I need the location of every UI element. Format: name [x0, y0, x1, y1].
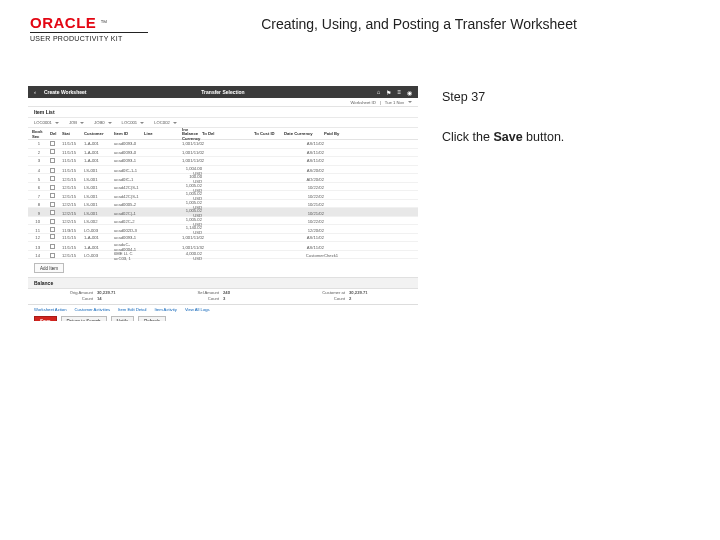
- table-row[interactable]: 111/1/151-A-001ucad0093-01,001/11/02AS/1…: [28, 140, 418, 149]
- instruction-panel: Step 37 Click the Save button.: [442, 86, 692, 321]
- return-button[interactable]: Return to Search: [61, 316, 107, 321]
- footer-link[interactable]: Customer Activities: [75, 307, 111, 312]
- row-checkbox[interactable]: [50, 176, 55, 181]
- row-checkbox[interactable]: [50, 193, 55, 198]
- filter-2[interactable]: JOB0: [94, 120, 104, 125]
- filter-1[interactable]: JOB: [69, 120, 77, 125]
- flag-icon[interactable]: ⚑: [386, 89, 391, 96]
- center-title: Transfer Selection: [201, 89, 244, 95]
- table-row[interactable]: 1012/2/15LS-002ucad02C-21,005.02 USD10/2…: [28, 217, 418, 226]
- col-paidby[interactable]: Paid By: [324, 132, 360, 136]
- chevron-down-icon[interactable]: [140, 122, 144, 124]
- table-row[interactable]: 712/1/15LS-001ucad42C(S-11,005.02 USD10/…: [28, 191, 418, 200]
- page-title: Creating, Using, and Posting a Transfer …: [148, 16, 690, 32]
- row-checkbox[interactable]: [50, 253, 55, 258]
- footer-link[interactable]: Item Edit Detail: [118, 307, 146, 312]
- section-label: Item List: [34, 109, 55, 115]
- table-row[interactable]: 1311/1/151-A-001ucaduC-ucad0004-11,001/1…: [28, 242, 418, 251]
- breadcrumb: Worksheet ID: [350, 100, 375, 105]
- table-row[interactable]: 612/1/15LS-001ucad42C(S-11,005.02 USD10/…: [28, 183, 418, 192]
- add-item-button[interactable]: Add Item: [34, 263, 64, 273]
- filter-row: LOC0001 JOB JOB0 LOC001 LOC002: [28, 118, 418, 128]
- brand-logo: ORACLE ™ USER PRODUCTIVITY KIT: [30, 14, 148, 42]
- footer-link[interactable]: Worksheet Action: [34, 307, 67, 312]
- help-icon[interactable]: ◉: [407, 89, 412, 96]
- chevron-down-icon[interactable]: [408, 101, 412, 103]
- notify-button[interactable]: Notify: [111, 316, 135, 321]
- col-item[interactable]: Item ID: [114, 132, 144, 136]
- footer-link[interactable]: Item Activity: [155, 307, 177, 312]
- table-row[interactable]: 912/2/15LS-001ucad02C(-11,005.02 USD10/2…: [28, 208, 418, 217]
- refresh-button[interactable]: Refresh: [138, 316, 166, 321]
- sub-bar: Worksheet ID | Tue 1 Nov: [28, 98, 418, 107]
- table-row[interactable]: 812/2/15LS-001ucad0005-21,005.02 USD10/2…: [28, 200, 418, 209]
- col-inv[interactable]: Inv Balance Currency: [182, 128, 202, 141]
- home-icon[interactable]: ⌂: [377, 89, 381, 96]
- row-checkbox[interactable]: [50, 141, 55, 146]
- row-checkbox[interactable]: [50, 227, 55, 232]
- filter-4[interactable]: LOC002: [154, 120, 170, 125]
- col-tocust[interactable]: To Cust ID: [254, 132, 284, 136]
- brand-sub: USER PRODUCTIVITY KIT: [30, 35, 148, 42]
- row-checkbox[interactable]: [50, 202, 55, 207]
- filter-3[interactable]: LOC001: [122, 120, 138, 125]
- balance-heading: Balance: [28, 277, 418, 289]
- chevron-down-icon[interactable]: [80, 122, 84, 124]
- table-header: Book Sec Del Stat Customer Item ID Line …: [28, 128, 418, 140]
- row-checkbox[interactable]: [50, 210, 55, 215]
- table-row[interactable]: 311/1/151-A-001ucad0093-11,001/11/02AS/1…: [28, 157, 418, 166]
- row-checkbox[interactable]: [50, 158, 55, 163]
- menu-icon[interactable]: ≡: [397, 89, 401, 96]
- row-checkbox[interactable]: [50, 234, 55, 239]
- instruction-text: Click the Save button.: [442, 126, 692, 150]
- col-book[interactable]: Book Sec: [32, 130, 50, 139]
- table-row[interactable]: 1111/3/15LO-003ucad002D-31,140.02 USD12/…: [28, 225, 418, 234]
- app-screenshot: ‹ Create Worksheet Transfer Selection ⌂ …: [28, 86, 418, 321]
- row-checkbox[interactable]: [50, 149, 55, 154]
- save-button[interactable]: Save: [34, 316, 57, 321]
- step-label: Step 37: [442, 86, 692, 110]
- balance-grid: Orig Amount30,229.71Sel Amount240Custome…: [28, 289, 418, 304]
- col-todel[interactable]: To Del: [202, 132, 254, 136]
- col-line[interactable]: Line: [144, 132, 182, 136]
- chevron-down-icon[interactable]: [108, 122, 112, 124]
- table-row[interactable]: 1412/1/15LO-0036ME LL C ucC03, 14,000.02…: [28, 251, 418, 260]
- last-view: Tue 1 Nov: [385, 100, 404, 105]
- col-customer[interactable]: Customer: [84, 132, 114, 136]
- window-title: Create Worksheet: [44, 89, 86, 95]
- back-icon[interactable]: ‹: [34, 89, 36, 95]
- row-checkbox[interactable]: [50, 219, 55, 224]
- row-checkbox[interactable]: [50, 168, 55, 173]
- table-row[interactable]: 211/1/151-A-001ucad0093-01,001/11/02AS/1…: [28, 149, 418, 158]
- table-row[interactable]: 411/1/15LS-001ucad0IC-1-11,004.00 USDAS/…: [28, 166, 418, 175]
- row-checkbox[interactable]: [50, 244, 55, 249]
- filter-0[interactable]: LOC0001: [34, 120, 52, 125]
- col-datecurr[interactable]: Date Currency: [284, 132, 324, 136]
- row-checkbox[interactable]: [50, 185, 55, 190]
- chevron-down-icon[interactable]: [173, 122, 177, 124]
- table-row[interactable]: 512/1/15LS-001ucad0IC-1100.00 USDAD/20/0…: [28, 174, 418, 183]
- button-row: Save Return to Search Notify Refresh: [28, 314, 418, 321]
- brand-tm: ™: [100, 19, 107, 26]
- chevron-down-icon[interactable]: [55, 122, 59, 124]
- col-del[interactable]: Del: [50, 132, 62, 136]
- brand-name: ORACLE: [30, 14, 96, 31]
- footer-links: Worksheet ActionCustomer ActivitiesItem …: [28, 305, 418, 314]
- footer-link[interactable]: View All Logs: [185, 307, 210, 312]
- col-stat[interactable]: Stat: [62, 132, 84, 136]
- app-titlebar: ‹ Create Worksheet Transfer Selection ⌂ …: [28, 86, 418, 98]
- table-row[interactable]: 1211/1/151-A-001ucad0093-11,001/11/02AS/…: [28, 234, 418, 243]
